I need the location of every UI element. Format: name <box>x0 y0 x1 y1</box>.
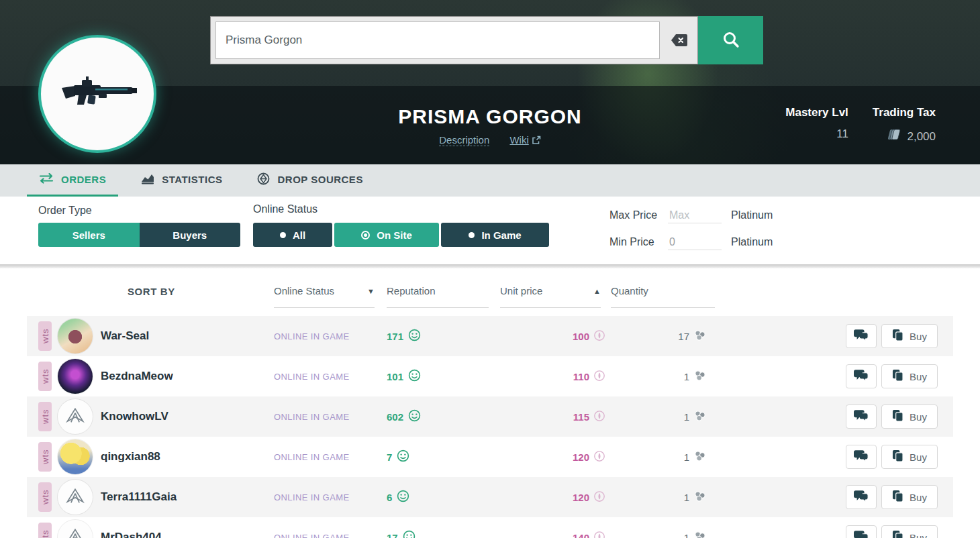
buy-button[interactable]: Buy <box>881 324 938 348</box>
buy-label: Buy <box>910 532 927 538</box>
avatar[interactable] <box>58 399 93 434</box>
clipboard-icon <box>892 490 903 504</box>
unit-price-cell: 110 <box>487 370 605 384</box>
quantity-cell: 1 <box>605 409 706 424</box>
wts-tag: wts <box>38 482 52 512</box>
order-row: wts KnowhowLV ONLINE IN GAME 602 115 <box>27 396 953 437</box>
buy-label: Buy <box>910 451 927 463</box>
chat-icon <box>854 409 869 424</box>
status-all-button[interactable]: All <box>253 223 332 247</box>
online-status-text: ONLINE IN GAME <box>274 331 387 341</box>
order-row: wts qingxian88 ONLINE IN GAME 7 120 <box>27 437 953 477</box>
tab-drop-sources-label: DROP SOURCES <box>277 174 362 185</box>
orders-icon <box>39 173 54 186</box>
buy-button[interactable]: Buy <box>881 405 938 429</box>
row-actions: Buy <box>846 364 938 388</box>
username-link[interactable]: War-Seal <box>101 329 274 343</box>
online-status-label: Online Status <box>253 203 317 215</box>
credits-icon <box>885 127 902 146</box>
reputation-cell: 171 <box>387 329 487 343</box>
clipboard-icon <box>892 329 903 343</box>
min-price-currency: Platinum <box>731 236 773 248</box>
buyers-button[interactable]: Buyers <box>140 223 241 247</box>
sort-online-status[interactable]: Online Status ▼ <box>274 285 375 297</box>
chat-button[interactable] <box>846 525 877 538</box>
tab-statistics-label: STATISTICS <box>162 174 222 185</box>
reputation-cell: 17 <box>387 530 487 538</box>
platinum-icon <box>593 490 605 504</box>
avatar[interactable] <box>58 520 93 538</box>
username-link[interactable]: qingxian88 <box>101 450 274 464</box>
buy-label: Buy <box>910 371 927 382</box>
username-link[interactable]: Terra1111Gaia <box>101 490 274 504</box>
platinum-icon <box>593 370 605 384</box>
reputation-cell: 7 <box>387 449 487 464</box>
lotus-sigil-icon <box>62 403 89 430</box>
tab-orders[interactable]: ORDERS <box>27 164 118 197</box>
username-link[interactable]: MrDash404 <box>101 531 274 538</box>
chat-icon <box>854 329 869 343</box>
rifle-item-icon <box>56 75 138 113</box>
sort-desc-icon: ▼ <box>367 287 375 295</box>
row-actions: Buy <box>846 324 938 348</box>
max-price-currency: Platinum <box>731 209 773 221</box>
backspace-clear-icon[interactable] <box>660 21 697 59</box>
mastery-value: 11 <box>785 127 848 141</box>
wts-tag: wts <box>38 442 52 472</box>
status-in-game-button[interactable]: In Game <box>441 223 549 247</box>
username-link[interactable]: BezdnaMeow <box>101 370 274 383</box>
buy-button[interactable]: Buy <box>881 485 938 509</box>
stack-icon <box>693 369 706 384</box>
sort-quantity[interactable]: Quantity <box>611 285 715 297</box>
max-price-input[interactable] <box>668 208 722 223</box>
search-input[interactable] <box>215 21 660 59</box>
reputation-cell: 602 <box>387 409 487 424</box>
wts-tag: wts <box>38 362 52 391</box>
mastery-stat: Mastery Lvl 11 <box>785 106 848 146</box>
platinum-icon <box>593 410 605 424</box>
description-link[interactable]: Description <box>439 134 489 146</box>
mastery-label: Mastery Lvl <box>785 106 848 119</box>
chat-button[interactable] <box>846 485 877 509</box>
row-actions: Buy <box>846 445 938 469</box>
quantity-cell: 1 <box>605 449 706 464</box>
search-button[interactable] <box>698 16 763 64</box>
search-frame <box>210 16 698 64</box>
chat-button[interactable] <box>846 445 877 469</box>
quantity-cell: 1 <box>605 490 706 504</box>
order-type-toggle: Sellers Buyers <box>38 223 240 247</box>
filter-panel: Order Type Sellers Buyers Online Status … <box>0 197 980 264</box>
chat-button[interactable] <box>846 405 877 429</box>
order-rows: wts War-Seal ONLINE IN GAME 171 100 <box>27 316 953 538</box>
unit-price-cell: 120 <box>487 450 605 464</box>
stack-icon <box>693 329 706 343</box>
radio-selected-icon <box>361 231 370 239</box>
sort-unit-price[interactable]: Unit price ▲ <box>500 285 601 297</box>
chat-button[interactable] <box>846 324 877 348</box>
online-status-text: ONLINE IN GAME <box>274 533 387 538</box>
buy-button[interactable]: Buy <box>881 445 938 469</box>
tab-drop-sources[interactable]: DROP SOURCES <box>245 164 375 197</box>
buy-button[interactable]: Buy <box>881 364 938 388</box>
row-actions: Buy <box>846 525 938 538</box>
min-price-label: Min Price <box>609 236 668 248</box>
platinum-icon <box>593 531 605 538</box>
order-type-label: Order Type <box>38 205 92 217</box>
chat-button[interactable] <box>846 364 877 388</box>
online-status-text: ONLINE IN GAME <box>274 372 387 382</box>
avatar[interactable] <box>58 439 93 474</box>
avatar[interactable] <box>58 359 93 394</box>
smiley-icon <box>408 369 421 384</box>
sellers-button[interactable]: Sellers <box>38 223 140 247</box>
buy-button[interactable]: Buy <box>881 525 938 538</box>
tab-statistics[interactable]: STATISTICS <box>129 164 234 197</box>
avatar[interactable] <box>58 480 93 515</box>
min-price-input[interactable] <box>668 235 722 250</box>
status-on-site-button[interactable]: On Site <box>334 223 439 247</box>
order-row: wts MrDash404 ONLINE IN GAME 17 140 <box>27 517 953 538</box>
avatar[interactable] <box>58 319 93 354</box>
username-link[interactable]: KnowhowLV <box>101 410 274 423</box>
sort-reputation[interactable]: Reputation <box>387 285 489 297</box>
wiki-link[interactable]: Wiki <box>509 134 540 146</box>
sort-header: SORT BY Online Status ▼ Reputation Unit … <box>27 268 953 316</box>
